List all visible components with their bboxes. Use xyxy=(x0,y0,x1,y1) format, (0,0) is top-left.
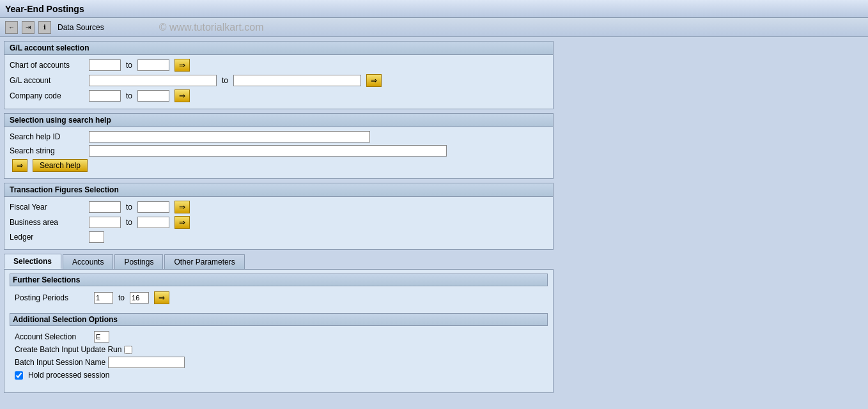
search-string-input[interactable] xyxy=(89,145,447,157)
create-batch-row: Create Batch Input Update Run xyxy=(15,345,543,354)
ledger-row: Ledger xyxy=(10,231,548,243)
search-help-id-label: Search help ID xyxy=(10,132,86,141)
gl-account-from[interactable] xyxy=(89,75,217,86)
business-area-label: Business area xyxy=(10,218,86,227)
account-selection-label: Account Selection xyxy=(15,332,91,341)
gl-account-to-label: to xyxy=(222,76,228,85)
batch-session-row: Batch Input Session Name xyxy=(15,357,543,368)
company-code-arrow[interactable]: ⇒ xyxy=(174,89,190,102)
jump-icon[interactable]: ⇥ xyxy=(22,21,35,34)
gl-account-body: Chart of accounts to ⇒ G/L account to ⇒ xyxy=(4,55,553,109)
gl-account-row: G/L account to ⇒ xyxy=(10,74,548,87)
tab-postings-label: Postings xyxy=(124,258,153,266)
chart-of-accounts-label: Chart of accounts xyxy=(10,61,86,70)
business-area-from[interactable] xyxy=(89,217,121,228)
additional-selection-body: Account Selection Create Batch Input Upd… xyxy=(10,328,548,385)
tab-postings[interactable]: Postings xyxy=(114,254,163,269)
create-batch-checkbox[interactable] xyxy=(124,346,132,354)
company-code-from[interactable] xyxy=(89,90,121,102)
main-content: G/L account selection Chart of accounts … xyxy=(0,37,868,409)
gl-account-label: G/L account xyxy=(10,76,86,85)
further-selections-body: Posting Periods to ⇒ xyxy=(10,289,548,309)
business-area-to[interactable] xyxy=(137,217,169,228)
search-help-button[interactable]: Search help xyxy=(33,159,88,172)
create-batch-label: Create Batch Input Update Run xyxy=(15,345,121,354)
back-icon[interactable]: ← xyxy=(5,21,18,34)
info-icon[interactable]: ℹ xyxy=(38,21,51,34)
search-help-btn-row: ⇒ Search help xyxy=(10,159,548,172)
fiscal-year-to[interactable] xyxy=(137,201,169,213)
tabs-container: Selections Accounts Postings Other Param… xyxy=(4,254,554,269)
chart-of-accounts-row: Chart of accounts to ⇒ xyxy=(10,59,548,72)
gl-account-arrow[interactable]: ⇒ xyxy=(366,74,382,87)
tab-accounts[interactable]: Accounts xyxy=(63,254,113,269)
search-string-label: Search string xyxy=(10,146,86,155)
posting-periods-row: Posting Periods to ⇒ xyxy=(15,291,543,304)
posting-periods-to[interactable] xyxy=(130,292,149,304)
business-area-to-label: to xyxy=(126,218,132,227)
fiscal-year-to-label: to xyxy=(126,203,132,212)
chart-of-accounts-to-label: to xyxy=(126,61,132,70)
posting-periods-to-label: to xyxy=(118,293,125,302)
chart-of-accounts-arrow[interactable]: ⇒ xyxy=(174,59,190,72)
posting-periods-label: Posting Periods xyxy=(15,293,91,302)
search-help-title: Selection using search help xyxy=(4,114,553,127)
batch-session-label: Batch Input Session Name xyxy=(15,358,105,367)
further-selections-title: Further Selections xyxy=(10,274,548,286)
additional-selection-title: Additional Selection Options xyxy=(10,313,548,326)
chart-of-accounts-from[interactable] xyxy=(89,59,121,71)
fiscal-year-row: Fiscal Year to ⇒ xyxy=(10,201,548,213)
data-sources-label[interactable]: Data Sources xyxy=(58,23,104,32)
ledger-input[interactable] xyxy=(89,231,104,243)
posting-periods-arrow[interactable]: ⇒ xyxy=(154,291,169,304)
fiscal-year-arrow[interactable]: ⇒ xyxy=(174,201,190,213)
company-code-row: Company code to ⇒ xyxy=(10,89,548,102)
further-selections-subsection: Further Selections Posting Periods to ⇒ xyxy=(10,274,548,309)
search-help-id-row: Search help ID xyxy=(10,131,548,143)
search-help-section: Selection using search help Search help … xyxy=(4,113,554,179)
toolbar: ← ⇥ ℹ Data Sources © www.tutorialkart.co… xyxy=(0,18,868,37)
chart-of-accounts-to[interactable] xyxy=(137,59,169,71)
additional-selection-subsection: Additional Selection Options Account Sel… xyxy=(10,313,548,385)
search-help-id-input[interactable] xyxy=(89,131,370,143)
gl-account-section: G/L account selection Chart of accounts … xyxy=(4,41,554,109)
tab-selections-label: Selections xyxy=(13,257,52,266)
company-code-label: Company code xyxy=(10,91,86,100)
business-area-arrow[interactable]: ⇒ xyxy=(174,216,190,229)
tab-accounts-label: Accounts xyxy=(72,258,104,266)
gl-account-title: G/L account selection xyxy=(4,42,553,55)
search-help-btn-icon[interactable]: ⇒ xyxy=(12,159,27,172)
posting-periods-from[interactable] xyxy=(94,292,113,304)
page-title: Year-End Postings xyxy=(5,4,84,14)
account-selection-input[interactable] xyxy=(94,331,109,343)
batch-session-input[interactable] xyxy=(108,357,185,368)
gl-account-to[interactable] xyxy=(233,75,361,86)
hold-session-checkbox[interactable] xyxy=(15,371,23,380)
transaction-title: Transaction Figures Selection xyxy=(4,183,553,197)
ledger-label: Ledger xyxy=(10,233,86,242)
account-selection-row: Account Selection xyxy=(15,331,543,343)
tab-other-parameters[interactable]: Other Parameters xyxy=(164,254,244,269)
hold-session-row: Hold processed session xyxy=(15,371,543,380)
watermark: © www.tutorialkart.com xyxy=(159,22,264,33)
business-area-row: Business area to ⇒ xyxy=(10,216,548,229)
fiscal-year-from[interactable] xyxy=(89,201,121,213)
company-code-to-label: to xyxy=(126,91,132,100)
tab-selections[interactable]: Selections xyxy=(4,254,61,269)
search-string-row: Search string xyxy=(10,145,548,157)
transaction-section: Transaction Figures Selection Fiscal Yea… xyxy=(4,183,554,250)
hold-session-label: Hold processed session xyxy=(28,371,109,380)
title-bar: Year-End Postings xyxy=(0,0,868,18)
tab-panel-selections: Further Selections Posting Periods to ⇒ … xyxy=(4,269,554,393)
fiscal-year-label: Fiscal Year xyxy=(10,203,86,212)
tab-other-parameters-label: Other Parameters xyxy=(174,258,235,266)
transaction-body: Fiscal Year to ⇒ Business area to ⇒ Ledg… xyxy=(4,197,553,249)
search-help-body: Search help ID Search string ⇒ Search he… xyxy=(4,127,553,178)
company-code-to[interactable] xyxy=(137,90,169,102)
